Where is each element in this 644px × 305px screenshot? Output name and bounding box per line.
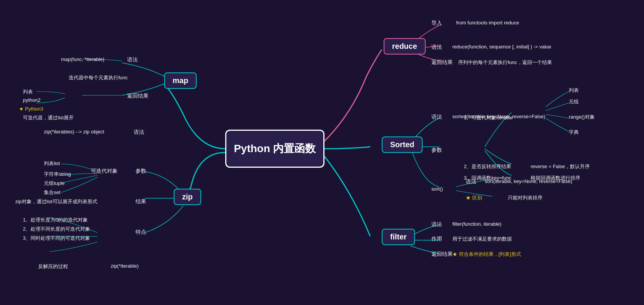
zip-set: 集合set bbox=[44, 189, 60, 196]
zip-node: zip bbox=[174, 189, 201, 205]
zip-param-label: 参数 bbox=[136, 168, 146, 175]
map-label: map bbox=[173, 76, 188, 85]
reduce-return-label: 返回结果 bbox=[431, 59, 453, 66]
sorted-p1-dict: 字典 bbox=[569, 129, 579, 136]
sorted-param-label: 参数 bbox=[431, 147, 442, 154]
sorted-label: Sorted bbox=[390, 140, 414, 149]
map-node: map bbox=[164, 72, 197, 89]
center-node: Python 内置函数 bbox=[225, 130, 324, 168]
sorted-p2-value: reverse = False，默认升序 bbox=[531, 163, 590, 170]
zip-label: zip bbox=[182, 193, 193, 201]
sorted-sort-syntax-label: 语法 bbox=[466, 178, 476, 185]
map-python2: python2 bbox=[23, 97, 40, 103]
map-syntax-label: 语法 bbox=[127, 56, 138, 63]
center-label: Python 内置函数 bbox=[234, 141, 316, 156]
zip-string: 字符串string bbox=[44, 171, 71, 178]
map-syntax-value: map(func, *iterable) bbox=[61, 56, 104, 62]
filter-return-value: ★ 符合条件的结果，[列表]形式 bbox=[452, 251, 521, 258]
zip-f3: 3、同时处理不同的可迭代对象 bbox=[23, 235, 90, 242]
reduce-import-label: 导入 bbox=[431, 20, 442, 27]
sorted-diff-label: ★ 区别 bbox=[466, 194, 482, 201]
sorted-sort-syntax-value: sort(iterable, key=None, reverse=False) bbox=[485, 178, 572, 184]
filter-use-value: 用于过滤不满足要求的数据 bbox=[452, 236, 512, 242]
sorted-p1-label: 1、可迭代对象iterable bbox=[464, 114, 513, 121]
filter-use-label: 作用 bbox=[431, 236, 442, 242]
zip-f2: 2、处理不同长度的可迭代对象 bbox=[23, 226, 90, 233]
filter-node: filter bbox=[382, 229, 415, 245]
reduce-import-value: from functools import reduce bbox=[456, 20, 519, 26]
reduce-syntax-value: reduce(function, sequence [, initial] ) … bbox=[452, 44, 551, 50]
map-return-label: 返回结果 bbox=[127, 93, 148, 100]
sorted-p1-tuple: 元组 bbox=[569, 98, 579, 105]
filter-syntax-label: 语法 bbox=[431, 221, 442, 228]
zip-result-label: 结果 bbox=[136, 198, 146, 205]
map-return-desc: 可迭代器，通过list展开 bbox=[23, 114, 74, 121]
sorted-sort-label: sort() bbox=[431, 186, 443, 192]
reduce-syntax-label: 语法 bbox=[431, 44, 442, 51]
zip-unzip-value: zip(*iterable) bbox=[111, 263, 139, 269]
filter-label: filter bbox=[390, 233, 407, 241]
map-sub1: 迭代器中每个元素执行func bbox=[69, 74, 128, 81]
zip-syntax-value: zip(*iterables) --> zip object bbox=[44, 129, 104, 135]
sorted-p2-label: 2、是否反转排序结果 bbox=[464, 163, 511, 170]
map-python3: ★ Python3 bbox=[19, 106, 43, 112]
zip-syntax-label: 语法 bbox=[134, 129, 144, 136]
sorted-p1-list: 列表 bbox=[569, 87, 579, 94]
reduce-return-value: 序列中的每个元素执行func，返回一个结果 bbox=[458, 59, 552, 66]
zip-iterable-label: 可迭代对象 bbox=[91, 168, 118, 175]
zip-feature-label: 特点 bbox=[136, 229, 146, 236]
zip-tuple: 元组tuple bbox=[44, 180, 65, 187]
zip-f1: 1、处理长度为0的的迭代对象 bbox=[23, 217, 88, 223]
sorted-node: Sorted bbox=[382, 136, 423, 153]
sorted-diff-value: 只能对列表排序 bbox=[508, 194, 542, 201]
zip-result-value: zip对象，通过list可以展开成列表形式 bbox=[15, 198, 97, 205]
reduce-label: reduce bbox=[392, 42, 417, 51]
zip-list: 列表list bbox=[44, 160, 60, 167]
reduce-node: reduce bbox=[384, 38, 426, 55]
filter-syntax-value: filter(function, iterable) bbox=[452, 221, 502, 227]
sorted-syntax-label: 语法 bbox=[431, 114, 442, 120]
filter-return-label: 返回结果 bbox=[431, 251, 453, 258]
zip-unzip-label: 反解压的过程 bbox=[38, 263, 68, 270]
sorted-p1-range: range()对象 bbox=[569, 114, 595, 120]
map-list-label: 列表 bbox=[23, 88, 33, 95]
